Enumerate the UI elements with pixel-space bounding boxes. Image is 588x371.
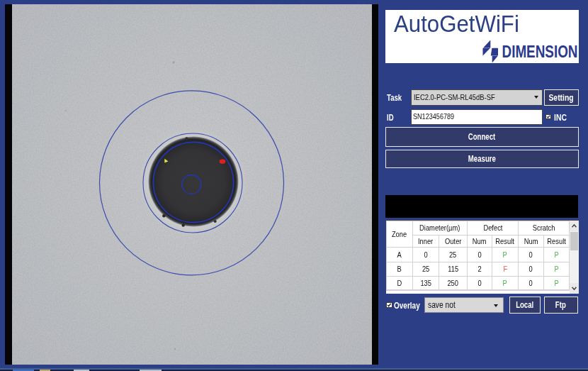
svg-text:DIMENSION: DIMENSION	[502, 42, 578, 61]
